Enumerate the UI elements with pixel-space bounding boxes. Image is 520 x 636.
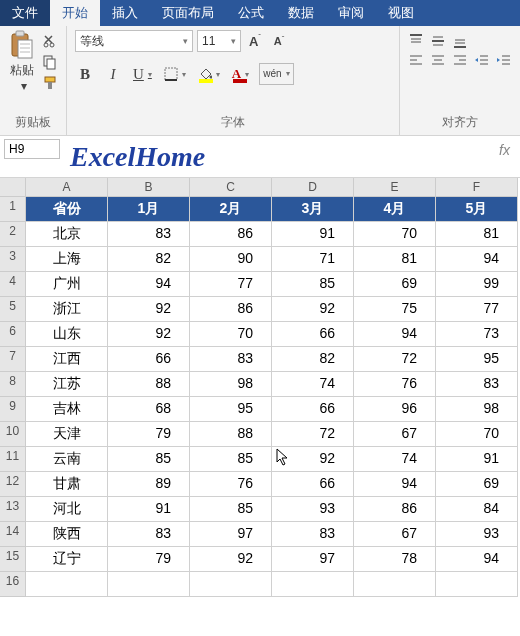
- data-cell[interactable]: 66: [272, 322, 354, 347]
- row-header[interactable]: 5: [0, 297, 26, 322]
- province-cell[interactable]: 陕西: [26, 522, 108, 547]
- province-cell[interactable]: 河北: [26, 497, 108, 522]
- province-cell[interactable]: 山东: [26, 322, 108, 347]
- province-cell[interactable]: 广州: [26, 272, 108, 297]
- tab-data[interactable]: 数据: [276, 0, 326, 26]
- province-cell[interactable]: 江西: [26, 347, 108, 372]
- data-cell[interactable]: 91: [436, 447, 518, 472]
- align-top-icon[interactable]: [408, 33, 424, 49]
- bold-button[interactable]: B: [75, 63, 95, 85]
- data-cell[interactable]: 78: [354, 547, 436, 572]
- column-header[interactable]: E: [354, 178, 436, 197]
- data-cell[interactable]: 90: [190, 247, 272, 272]
- province-cell[interactable]: 吉林: [26, 397, 108, 422]
- data-cell[interactable]: 95: [436, 347, 518, 372]
- data-cell[interactable]: 94: [436, 247, 518, 272]
- data-cell[interactable]: 96: [354, 397, 436, 422]
- align-middle-icon[interactable]: [430, 33, 446, 49]
- data-cell[interactable]: 81: [354, 247, 436, 272]
- data-cell[interactable]: 67: [354, 522, 436, 547]
- data-cell[interactable]: 85: [272, 272, 354, 297]
- empty-cell[interactable]: [354, 572, 436, 597]
- data-cell[interactable]: 75: [354, 297, 436, 322]
- row-header[interactable]: 1: [0, 197, 26, 222]
- data-cell[interactable]: 70: [354, 222, 436, 247]
- increase-font-button[interactable]: Aˆ: [245, 30, 265, 52]
- province-cell[interactable]: 北京: [26, 222, 108, 247]
- data-cell[interactable]: 82: [272, 347, 354, 372]
- data-cell[interactable]: 85: [108, 447, 190, 472]
- data-cell[interactable]: 83: [108, 522, 190, 547]
- empty-cell[interactable]: [108, 572, 190, 597]
- data-cell[interactable]: 70: [190, 322, 272, 347]
- data-cell[interactable]: 79: [108, 422, 190, 447]
- table-header-cell[interactable]: 3月: [272, 197, 354, 222]
- tab-insert[interactable]: 插入: [100, 0, 150, 26]
- data-cell[interactable]: 85: [190, 447, 272, 472]
- data-cell[interactable]: 94: [354, 322, 436, 347]
- empty-cell[interactable]: [190, 572, 272, 597]
- row-header[interactable]: 3: [0, 247, 26, 272]
- column-header[interactable]: F: [436, 178, 518, 197]
- row-header[interactable]: 15: [0, 547, 26, 572]
- data-cell[interactable]: 83: [272, 522, 354, 547]
- table-header-cell[interactable]: 省份: [26, 197, 108, 222]
- data-cell[interactable]: 72: [272, 422, 354, 447]
- data-cell[interactable]: 69: [354, 272, 436, 297]
- column-header[interactable]: B: [108, 178, 190, 197]
- fill-color-button[interactable]: ▾: [196, 63, 222, 85]
- empty-cell[interactable]: [272, 572, 354, 597]
- province-cell[interactable]: 辽宁: [26, 547, 108, 572]
- data-cell[interactable]: 76: [190, 472, 272, 497]
- column-header[interactable]: A: [26, 178, 108, 197]
- data-cell[interactable]: 79: [108, 547, 190, 572]
- data-cell[interactable]: 71: [272, 247, 354, 272]
- underline-button[interactable]: U▾: [131, 63, 154, 85]
- row-header[interactable]: 11: [0, 447, 26, 472]
- fx-label[interactable]: fx: [489, 142, 520, 158]
- table-header-cell[interactable]: 1月: [108, 197, 190, 222]
- row-header[interactable]: 2: [0, 222, 26, 247]
- align-center-icon[interactable]: [430, 53, 446, 69]
- data-cell[interactable]: 91: [272, 222, 354, 247]
- row-header[interactable]: 8: [0, 372, 26, 397]
- data-cell[interactable]: 94: [436, 547, 518, 572]
- data-cell[interactable]: 72: [354, 347, 436, 372]
- data-cell[interactable]: 91: [108, 497, 190, 522]
- data-cell[interactable]: 86: [190, 297, 272, 322]
- data-cell[interactable]: 69: [436, 472, 518, 497]
- data-cell[interactable]: 81: [436, 222, 518, 247]
- row-header[interactable]: 13: [0, 497, 26, 522]
- cut-icon[interactable]: [42, 33, 58, 49]
- row-header[interactable]: 12: [0, 472, 26, 497]
- data-cell[interactable]: 74: [354, 447, 436, 472]
- data-cell[interactable]: 85: [190, 497, 272, 522]
- province-cell[interactable]: 浙江: [26, 297, 108, 322]
- data-cell[interactable]: 86: [354, 497, 436, 522]
- table-header-cell[interactable]: 2月: [190, 197, 272, 222]
- data-cell[interactable]: 92: [190, 547, 272, 572]
- data-cell[interactable]: 92: [108, 297, 190, 322]
- data-cell[interactable]: 92: [108, 322, 190, 347]
- tab-review[interactable]: 审阅: [326, 0, 376, 26]
- row-header[interactable]: 16: [0, 572, 26, 597]
- row-header[interactable]: 14: [0, 522, 26, 547]
- italic-button[interactable]: I: [103, 63, 123, 85]
- row-header[interactable]: 4: [0, 272, 26, 297]
- font-name-combo[interactable]: 等线 ▾: [75, 30, 193, 52]
- data-cell[interactable]: 84: [436, 497, 518, 522]
- data-cell[interactable]: 92: [272, 297, 354, 322]
- format-painter-icon[interactable]: [42, 75, 58, 91]
- tab-file[interactable]: 文件: [0, 0, 50, 26]
- table-header-cell[interactable]: 4月: [354, 197, 436, 222]
- increase-indent-icon[interactable]: [496, 53, 512, 69]
- tab-home[interactable]: 开始: [50, 0, 100, 26]
- font-color-button[interactable]: A ▾: [230, 63, 251, 85]
- province-cell[interactable]: 甘肃: [26, 472, 108, 497]
- province-cell[interactable]: 上海: [26, 247, 108, 272]
- data-cell[interactable]: 93: [272, 497, 354, 522]
- row-header[interactable]: 7: [0, 347, 26, 372]
- data-cell[interactable]: 86: [190, 222, 272, 247]
- border-button[interactable]: ▾: [162, 63, 188, 85]
- data-cell[interactable]: 73: [436, 322, 518, 347]
